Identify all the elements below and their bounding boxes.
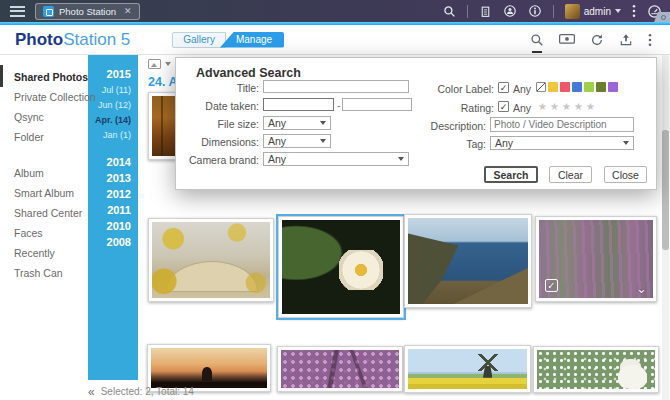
timeline-month-apr[interactable]: Apr. (14) bbox=[88, 112, 131, 127]
clear-button[interactable]: Clear bbox=[549, 166, 592, 183]
date-to-input[interactable] bbox=[342, 98, 412, 111]
slideshow-icon[interactable] bbox=[559, 33, 575, 46]
color-swatch-none[interactable] bbox=[536, 82, 546, 92]
star-icon[interactable]: ★ bbox=[574, 101, 583, 112]
timeline-year-2010[interactable]: 2010 bbox=[88, 218, 131, 234]
checkbox-icon[interactable]: ✓ bbox=[545, 279, 558, 292]
title-input[interactable] bbox=[263, 80, 409, 93]
color-any-checkbox[interactable]: ✓ bbox=[498, 82, 509, 93]
star-icon[interactable]: ★ bbox=[562, 101, 571, 112]
chevron-down-icon bbox=[398, 157, 404, 161]
refresh-icon[interactable] bbox=[590, 33, 604, 47]
app-tab-photo-station[interactable]: Photo Station ✕ bbox=[35, 3, 140, 20]
search-icon[interactable] bbox=[443, 5, 456, 18]
file-size-label: File size: bbox=[176, 118, 259, 130]
rating-any-checkbox[interactable]: ✓ bbox=[498, 101, 509, 112]
timeline-year-2014[interactable]: 2014 bbox=[88, 154, 131, 170]
photo-park-bridge[interactable] bbox=[148, 218, 274, 302]
sidebar-item-folder[interactable]: Folder bbox=[0, 127, 88, 147]
timeline-panel: 2015 Jul (11) Jun (12) Apr. (14) Jan (1)… bbox=[88, 55, 138, 380]
color-swatch-yellow[interactable] bbox=[548, 82, 558, 92]
photostation-logo: PhotoStation 5 bbox=[15, 30, 130, 50]
view-options-menu[interactable] bbox=[148, 59, 171, 69]
background-task-icon[interactable] bbox=[503, 4, 517, 18]
color-swatch-blue[interactable] bbox=[572, 82, 582, 92]
photo-station-window: Photo Station ✕ admin bbox=[0, 0, 670, 400]
info-icon[interactable] bbox=[528, 4, 542, 18]
photo-cherry-blossom[interactable] bbox=[277, 346, 403, 392]
close-icon[interactable]: ✕ bbox=[124, 6, 132, 16]
username: admin bbox=[584, 6, 611, 17]
star-icon[interactable]: ★ bbox=[586, 101, 595, 112]
timeline-year-2008[interactable]: 2008 bbox=[88, 234, 131, 250]
file-size-select[interactable]: Any bbox=[263, 116, 331, 130]
main-menu-icon[interactable] bbox=[10, 6, 25, 17]
chevron-down-icon bbox=[320, 139, 326, 143]
color-swatch-olive[interactable] bbox=[596, 82, 606, 92]
sidebar-item-album[interactable]: Album bbox=[0, 163, 88, 183]
dialog-title: Advanced Search bbox=[196, 66, 301, 80]
logo-secondary: Station 5 bbox=[63, 30, 130, 49]
timeline-year-2013[interactable]: 2013 bbox=[88, 170, 131, 186]
more-vertical-icon[interactable] bbox=[632, 4, 636, 18]
chevron-down-icon bbox=[165, 62, 171, 66]
timeline-year-2011[interactable]: 2011 bbox=[88, 202, 131, 218]
file-size-value: Any bbox=[268, 117, 286, 129]
dimensions-label: Dimensions: bbox=[176, 136, 259, 148]
tab-gallery[interactable]: Gallery bbox=[172, 32, 226, 48]
sidebar-item-faces[interactable]: Faces bbox=[0, 223, 88, 243]
star-icon[interactable]: ★ bbox=[538, 101, 547, 112]
sidebar-item-recently[interactable]: Recently bbox=[0, 243, 88, 263]
description-input[interactable] bbox=[490, 117, 634, 132]
description-label: Description: bbox=[406, 120, 486, 132]
close-button[interactable]: Close bbox=[604, 166, 647, 183]
tag-select[interactable]: Any bbox=[490, 136, 634, 150]
color-swatch-red[interactable] bbox=[560, 82, 570, 92]
timeline-year-2012[interactable]: 2012 bbox=[88, 186, 131, 202]
sidebar-item-smart-album[interactable]: Smart Album bbox=[0, 183, 88, 203]
dimensions-value: Any bbox=[268, 135, 286, 147]
date-taken-label: Date taken: bbox=[176, 100, 259, 112]
selection-status: Selected: 2, Total: 14 bbox=[101, 386, 194, 397]
collapse-timeline-icon[interactable]: « bbox=[88, 387, 95, 397]
photo-water-lily[interactable] bbox=[278, 216, 404, 318]
sidebar-item-shared-photos[interactable]: Shared Photos bbox=[0, 67, 88, 87]
dimensions-select[interactable]: Any bbox=[263, 134, 331, 148]
sidebar-item-shared-center[interactable]: Shared Center bbox=[0, 203, 88, 223]
tab-manage[interactable]: Manage bbox=[220, 32, 284, 48]
scrollbar-thumb[interactable] bbox=[662, 130, 669, 250]
more-vertical-icon[interactable] bbox=[648, 33, 652, 47]
sidebar-item-private-collection[interactable]: Private Collection bbox=[0, 87, 88, 107]
photo-lavender-field[interactable]: ✓ ⌄ bbox=[535, 216, 657, 302]
chevron-down-icon[interactable]: ⌄ bbox=[636, 281, 647, 296]
photo-coastal-cliffs[interactable] bbox=[404, 214, 532, 308]
avatar[interactable] bbox=[565, 4, 580, 19]
sidebar-item-qsync[interactable]: Qsync bbox=[0, 107, 88, 127]
date-range-dash: - bbox=[337, 99, 341, 111]
app-toolbar: PhotoStation 5 Gallery Manage bbox=[0, 25, 670, 55]
camera-brand-label: Camera brand: bbox=[176, 154, 259, 166]
color-swatch-green[interactable] bbox=[584, 82, 594, 92]
upload-icon[interactable] bbox=[619, 33, 633, 47]
photo-rabbit-meadow[interactable] bbox=[533, 346, 659, 393]
sidebar-item-trash-can[interactable]: Trash Can bbox=[0, 263, 88, 283]
star-icon[interactable]: ★ bbox=[550, 101, 559, 112]
search-icon[interactable] bbox=[530, 33, 544, 47]
user-menu[interactable]: admin bbox=[565, 4, 621, 19]
photo-sunset-silhouette[interactable] bbox=[147, 344, 271, 392]
view-options-icon bbox=[148, 59, 161, 69]
camera-brand-select[interactable]: Any bbox=[263, 152, 409, 166]
divider bbox=[553, 5, 554, 18]
date-from-input[interactable] bbox=[263, 98, 334, 111]
nas-device-icon[interactable] bbox=[479, 5, 492, 18]
titlebar: Photo Station ✕ admin bbox=[0, 0, 670, 22]
chevron-down-icon bbox=[615, 9, 621, 13]
timeline-month-jan[interactable]: Jan (1) bbox=[88, 127, 131, 142]
photo-windmill-tulips[interactable] bbox=[404, 345, 531, 393]
color-swatch-purple[interactable] bbox=[608, 82, 618, 92]
search-button[interactable]: Search bbox=[484, 166, 538, 183]
sidebar-selection-indicator bbox=[0, 65, 3, 87]
timeline-year-2015[interactable]: 2015 bbox=[88, 66, 131, 82]
color-label-label: Color Label: bbox=[406, 83, 494, 95]
tag-label: Tag: bbox=[406, 138, 486, 150]
